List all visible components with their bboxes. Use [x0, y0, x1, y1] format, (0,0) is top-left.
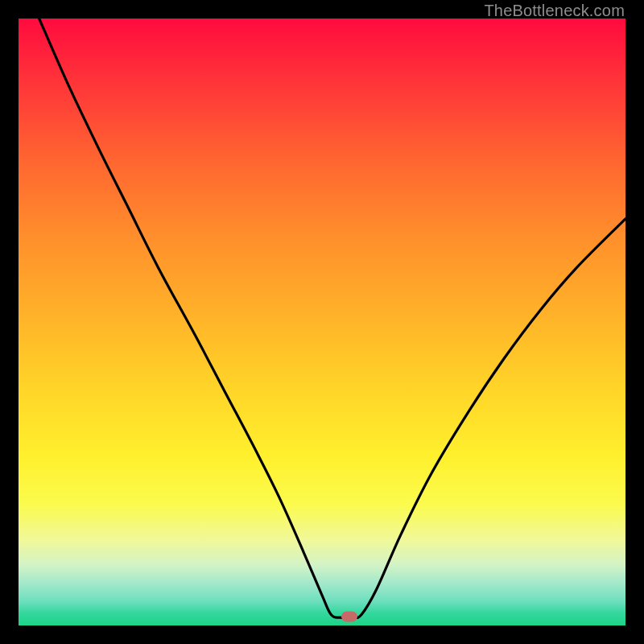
bottleneck-curve	[19, 19, 625, 625]
optimal-point-marker	[341, 612, 357, 622]
attribution-label: TheBottleneck.com	[484, 2, 625, 20]
plot-area	[19, 19, 625, 625]
chart-frame: TheBottleneck.com	[0, 0, 644, 644]
